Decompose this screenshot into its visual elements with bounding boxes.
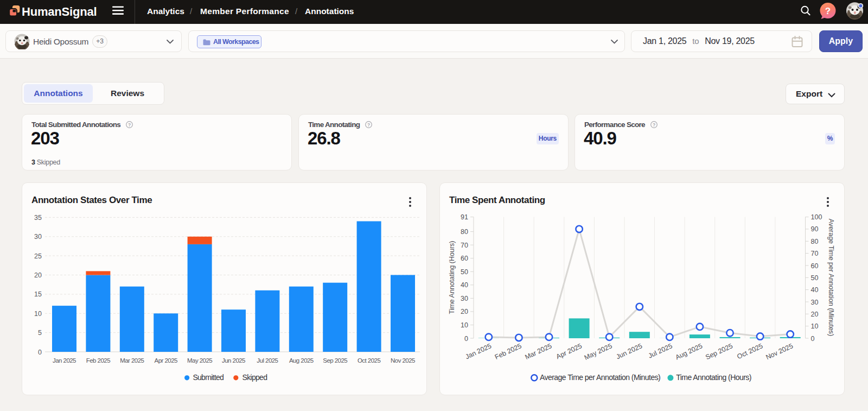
svg-text:10: 10 xyxy=(34,310,42,318)
svg-text:Mar 2025: Mar 2025 xyxy=(120,357,144,364)
svg-text:May 2025: May 2025 xyxy=(187,357,212,364)
svg-text:Sep 2025: Sep 2025 xyxy=(704,342,733,361)
svg-text:80: 80 xyxy=(461,228,468,236)
svg-text:Oct 2025: Oct 2025 xyxy=(736,342,764,361)
svg-text:35: 35 xyxy=(34,214,42,222)
svg-text:Aug 2025: Aug 2025 xyxy=(674,342,704,361)
svg-text:Feb 2025: Feb 2025 xyxy=(86,357,110,364)
svg-text:60: 60 xyxy=(461,255,468,262)
svg-text:30: 30 xyxy=(461,295,468,302)
svg-text:30: 30 xyxy=(811,299,819,306)
svg-text:Jan 2025: Jan 2025 xyxy=(464,342,493,361)
svg-text:30: 30 xyxy=(34,233,42,241)
svg-text:May 2025: May 2025 xyxy=(583,342,614,362)
svg-text:20: 20 xyxy=(34,271,42,279)
svg-text:100: 100 xyxy=(811,213,822,221)
svg-text:Jun 2025: Jun 2025 xyxy=(222,357,245,364)
svg-text:0: 0 xyxy=(811,335,815,343)
svg-text:Feb 2025: Feb 2025 xyxy=(494,342,523,361)
svg-text:5: 5 xyxy=(38,329,42,337)
svg-text:50: 50 xyxy=(811,274,819,282)
svg-text:Time Annotating (Hours): Time Annotating (Hours) xyxy=(676,373,751,382)
svg-text:90: 90 xyxy=(811,225,819,233)
svg-text:?: ? xyxy=(825,6,831,16)
svg-text:Aug 2025: Aug 2025 xyxy=(289,357,314,364)
svg-text:10: 10 xyxy=(811,323,819,330)
svg-text:0: 0 xyxy=(464,335,468,343)
svg-text:20: 20 xyxy=(461,308,468,315)
svg-text:70: 70 xyxy=(811,250,819,257)
svg-text:Nov 2025: Nov 2025 xyxy=(765,342,794,361)
svg-text:Jul 2025: Jul 2025 xyxy=(257,357,278,364)
svg-text:40: 40 xyxy=(811,286,819,294)
svg-text:Jun 2025: Jun 2025 xyxy=(615,342,644,361)
svg-text:Average Time per Annotation (M: Average Time per Annotation (Minutes) xyxy=(827,219,835,337)
svg-text:Jan 2025: Jan 2025 xyxy=(53,357,76,364)
svg-text:40: 40 xyxy=(461,281,468,289)
svg-text:Time Annotating (Hours): Time Annotating (Hours) xyxy=(448,241,456,314)
svg-text:0: 0 xyxy=(38,349,42,356)
svg-text:Skipped: Skipped xyxy=(242,373,267,382)
svg-text:10: 10 xyxy=(461,321,468,329)
svg-text:?: ? xyxy=(653,122,655,128)
svg-text:Average Time per Annotation (M: Average Time per Annotation (Minutes) xyxy=(540,373,660,382)
svg-text:25: 25 xyxy=(34,252,42,260)
svg-text:60: 60 xyxy=(811,262,819,270)
svg-text:?: ? xyxy=(128,122,131,128)
svg-text:91: 91 xyxy=(461,213,468,221)
svg-text:Sep 2025: Sep 2025 xyxy=(323,357,347,364)
svg-text:20: 20 xyxy=(811,311,819,318)
svg-text:50: 50 xyxy=(461,268,468,276)
svg-text:?: ? xyxy=(367,122,370,128)
svg-text:Mar 2025: Mar 2025 xyxy=(524,342,553,361)
svg-text:Apr 2025: Apr 2025 xyxy=(155,357,177,364)
svg-text:Jul 2025: Jul 2025 xyxy=(647,342,674,360)
svg-text:15: 15 xyxy=(34,290,42,298)
svg-text:80: 80 xyxy=(811,238,819,245)
svg-text:Oct 2025: Oct 2025 xyxy=(358,357,380,364)
svg-text:Nov 2025: Nov 2025 xyxy=(391,357,415,364)
svg-text:70: 70 xyxy=(461,242,468,249)
svg-text:Apr 2025: Apr 2025 xyxy=(555,342,583,361)
svg-text:Submitted: Submitted xyxy=(193,373,224,382)
